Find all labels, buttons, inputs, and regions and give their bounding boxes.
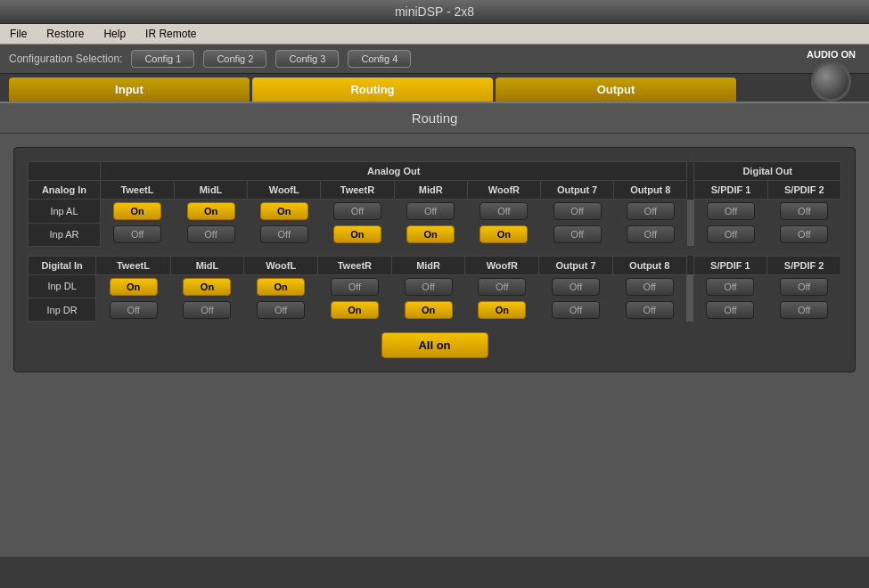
analog-btn-1-3[interactable]: On: [333, 225, 381, 243]
tab-input[interactable]: Input: [9, 78, 250, 102]
analog-cell-1-5: On: [467, 223, 540, 246]
analog-row-label-1: Inp AR: [29, 223, 101, 246]
digital-cell-1-3: On: [318, 298, 392, 322]
tab-output[interactable]: Output: [496, 78, 736, 102]
analog-btn-0-1[interactable]: On: [187, 202, 235, 220]
analog-cell-1-4: On: [394, 223, 467, 246]
tab-routing[interactable]: Routing: [252, 78, 493, 102]
analog-btn-1-6[interactable]: Off: [553, 225, 602, 243]
digital-btn-0-3[interactable]: Off: [331, 278, 379, 296]
menu-restore[interactable]: Restore: [41, 26, 89, 42]
analog-cell-0-6: Off: [541, 200, 614, 224]
digital-btn-0-4[interactable]: Off: [405, 278, 453, 296]
digital-cell-1-7: Off: [612, 298, 686, 322]
analog-btn-1-0[interactable]: Off: [113, 225, 161, 243]
digital-btn-0-1[interactable]: On: [183, 278, 231, 296]
analog-btn-1-2[interactable]: Off: [260, 225, 308, 243]
analog-cell-0-3: Off: [321, 200, 394, 224]
menu-file[interactable]: File: [4, 26, 32, 42]
analog-btn-0-5[interactable]: Off: [480, 202, 528, 220]
col2-midl: MidL: [170, 256, 244, 274]
analog-btn-1-4[interactable]: On: [406, 225, 455, 243]
col-spdif1: S/PDIF 1: [694, 181, 767, 200]
digital-btn-1-5[interactable]: On: [478, 301, 526, 319]
config4-button[interactable]: Config 4: [348, 50, 411, 68]
analog-cell-1-2: Off: [248, 223, 321, 246]
analog-cell-0-2: On: [248, 200, 321, 224]
digital-cell-0-0: On: [96, 274, 170, 298]
digital-btn-0-5[interactable]: Off: [478, 278, 526, 296]
digital-cell-1-1: Off: [170, 298, 244, 322]
digital-cell-0-7: Off: [612, 274, 686, 298]
digital-digital-btn-0-0[interactable]: Off: [706, 278, 754, 296]
analog-in-col-label: Analog In: [29, 181, 101, 200]
digital-in-col-label: Digital In: [29, 256, 96, 274]
digital-digital-btn-1-1[interactable]: Off: [780, 301, 828, 319]
digital-btn-1-4[interactable]: On: [405, 301, 453, 319]
digital-btn-0-2[interactable]: On: [257, 278, 305, 296]
digital-btn-1-6[interactable]: Off: [552, 301, 600, 319]
analog-btn-0-6[interactable]: Off: [553, 202, 602, 220]
analog-cell-0-7: Off: [614, 200, 687, 224]
analog-btn-0-7[interactable]: Off: [627, 202, 675, 220]
digital-btn-1-1[interactable]: Off: [183, 301, 231, 319]
analog-in-header: [29, 162, 101, 181]
col-woofr: WoofR: [467, 181, 540, 200]
digital-btn-1-7[interactable]: Off: [626, 301, 674, 319]
digital-btn-1-0[interactable]: Off: [110, 301, 158, 319]
digital-cell-1-0: Off: [96, 298, 170, 322]
digital-digital-btn-1-0[interactable]: Off: [706, 301, 754, 319]
analog-cell-1-3: On: [321, 223, 394, 246]
digital-digital-btn-0-1[interactable]: Off: [780, 278, 828, 296]
config2-button[interactable]: Config 2: [203, 50, 266, 68]
digital-cell-1-5: On: [465, 298, 539, 322]
tab-bar: Input Routing Output: [0, 74, 869, 102]
audio-on-area: AUDIO ON: [807, 49, 856, 102]
audio-knob[interactable]: [811, 61, 851, 102]
routing-container: Analog Out Digital Out Analog In TweetL …: [13, 147, 856, 372]
col-spdif2: S/PDIF 2: [767, 181, 840, 200]
digital-cell-0-4: Off: [391, 274, 465, 298]
digital-out-header: Digital Out: [694, 162, 841, 181]
analog-digital-cell-0-1: Off: [767, 200, 840, 224]
digital-cell-0-2: On: [244, 274, 318, 298]
analog-digital-btn-0-0[interactable]: Off: [707, 202, 755, 220]
analog-row-label-0: Inp AL: [29, 200, 101, 224]
col2-woofr: WoofR: [465, 256, 539, 274]
page-title-bar: Routing: [0, 102, 869, 134]
digital-btn-1-2[interactable]: Off: [257, 301, 305, 319]
col-midr: MidR: [394, 181, 467, 200]
config3-button[interactable]: Config 3: [275, 50, 339, 68]
digital-btn-0-0[interactable]: On: [110, 278, 158, 296]
analog-btn-0-0[interactable]: On: [113, 202, 161, 220]
menu-help[interactable]: Help: [98, 26, 131, 42]
analog-btn-0-4[interactable]: Off: [406, 202, 455, 220]
analog-btn-1-7[interactable]: Off: [627, 225, 675, 243]
analog-in-table: Analog Out Digital Out Analog In TweetL …: [28, 161, 841, 247]
digital-cell-0-3: Off: [318, 274, 392, 298]
analog-digital-btn-0-1[interactable]: Off: [780, 202, 828, 220]
all-on-button[interactable]: All on: [381, 332, 488, 358]
col-midl: MidL: [174, 181, 247, 200]
main-content: Analog Out Digital Out Analog In TweetL …: [0, 134, 869, 557]
digital-btn-1-3[interactable]: On: [331, 301, 379, 319]
col2-out7: Output 7: [539, 256, 613, 274]
analog-digital-btn-1-1[interactable]: Off: [780, 225, 828, 243]
analog-btn-0-3[interactable]: Off: [333, 202, 381, 220]
analog-btn-1-1[interactable]: Off: [187, 225, 235, 243]
col2-spdif2: S/PDIF 2: [767, 256, 841, 274]
menu-ir-remote[interactable]: IR Remote: [140, 26, 201, 42]
config-row: Configuration Selection: Config 1 Config…: [0, 45, 869, 74]
analog-btn-1-5[interactable]: On: [480, 225, 528, 243]
digital-btn-0-7[interactable]: Off: [626, 278, 674, 296]
config1-button[interactable]: Config 1: [131, 50, 194, 68]
digital-cell-1-2: Off: [244, 298, 318, 322]
analog-digital-btn-1-0[interactable]: Off: [707, 225, 755, 243]
col-out7: Output 7: [541, 181, 614, 200]
analog-btn-0-2[interactable]: On: [260, 202, 308, 220]
col2-out8: Output 8: [612, 256, 686, 274]
digital-btn-0-6[interactable]: Off: [552, 278, 600, 296]
title-bar: miniDSP - 2x8: [0, 0, 869, 24]
page-title: Routing: [412, 110, 458, 126]
col-out8: Output 8: [614, 181, 687, 200]
